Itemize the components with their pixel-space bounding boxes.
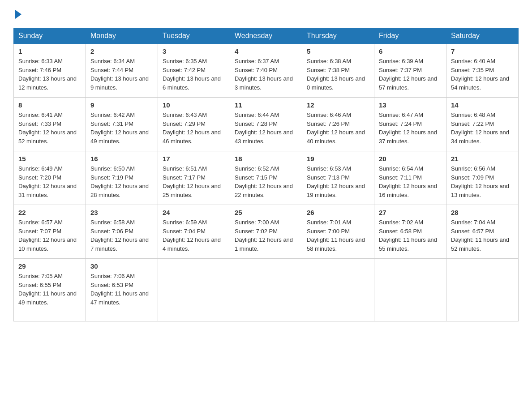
day-info: Sunrise: 7:04 AM Sunset: 6:57 PM Dayligh… xyxy=(451,218,514,253)
day-info: Sunrise: 6:59 AM Sunset: 7:04 PM Dayligh… xyxy=(163,218,225,253)
day-info: Sunrise: 6:37 AM Sunset: 7:40 PM Dayligh… xyxy=(235,57,297,92)
calendar-cell: 19 Sunrise: 6:53 AM Sunset: 7:13 PM Dayl… xyxy=(302,151,374,205)
calendar-cell: 13 Sunrise: 6:47 AM Sunset: 7:24 PM Dayl… xyxy=(374,98,446,151)
day-info: Sunrise: 6:41 AM Sunset: 7:33 PM Dayligh… xyxy=(18,111,81,146)
day-number: 24 xyxy=(163,209,225,216)
calendar-week-2: 8 Sunrise: 6:41 AM Sunset: 7:33 PM Dayli… xyxy=(14,98,519,151)
calendar-cell xyxy=(446,259,519,321)
weekday-header-tuesday: Tuesday xyxy=(158,28,230,44)
day-number: 9 xyxy=(90,101,153,109)
day-info: Sunrise: 6:43 AM Sunset: 7:29 PM Dayligh… xyxy=(163,111,225,146)
page-header xyxy=(13,9,519,19)
day-number: 11 xyxy=(235,101,297,109)
calendar-cell: 17 Sunrise: 6:51 AM Sunset: 7:17 PM Dayl… xyxy=(158,151,230,205)
day-info: Sunrise: 6:58 AM Sunset: 7:06 PM Dayligh… xyxy=(90,218,153,253)
day-number: 2 xyxy=(90,47,153,55)
calendar-week-5: 29 Sunrise: 7:05 AM Sunset: 6:55 PM Dayl… xyxy=(14,259,519,321)
calendar-cell: 27 Sunrise: 7:02 AM Sunset: 6:58 PM Dayl… xyxy=(374,205,446,259)
day-info: Sunrise: 6:47 AM Sunset: 7:24 PM Dayligh… xyxy=(379,111,442,146)
day-number: 22 xyxy=(18,209,81,216)
day-info: Sunrise: 7:01 AM Sunset: 7:00 PM Dayligh… xyxy=(307,218,369,253)
weekday-header-wednesday: Wednesday xyxy=(230,28,302,44)
calendar-cell: 26 Sunrise: 7:01 AM Sunset: 7:00 PM Dayl… xyxy=(302,205,374,259)
day-info: Sunrise: 6:46 AM Sunset: 7:26 PM Dayligh… xyxy=(307,111,369,146)
day-number: 1 xyxy=(18,47,81,55)
calendar-header-row: SundayMondayTuesdayWednesdayThursdayFrid… xyxy=(14,28,519,44)
day-number: 4 xyxy=(235,47,297,55)
day-number: 12 xyxy=(307,101,369,109)
calendar-cell: 24 Sunrise: 6:59 AM Sunset: 7:04 PM Dayl… xyxy=(158,205,230,259)
calendar-cell: 16 Sunrise: 6:50 AM Sunset: 7:19 PM Dayl… xyxy=(86,151,158,205)
day-info: Sunrise: 6:51 AM Sunset: 7:17 PM Dayligh… xyxy=(163,164,225,199)
day-info: Sunrise: 6:39 AM Sunset: 7:37 PM Dayligh… xyxy=(379,57,442,92)
day-info: Sunrise: 7:05 AM Sunset: 6:55 PM Dayligh… xyxy=(18,272,81,307)
calendar-cell: 20 Sunrise: 6:54 AM Sunset: 7:11 PM Dayl… xyxy=(374,151,446,205)
calendar-cell: 22 Sunrise: 6:57 AM Sunset: 7:07 PM Dayl… xyxy=(14,205,86,259)
day-info: Sunrise: 6:48 AM Sunset: 7:22 PM Dayligh… xyxy=(451,111,514,146)
day-info: Sunrise: 7:06 AM Sunset: 6:53 PM Dayligh… xyxy=(90,272,153,307)
calendar-cell xyxy=(374,259,446,321)
day-number: 14 xyxy=(451,101,514,109)
day-number: 27 xyxy=(379,209,442,216)
calendar-week-4: 22 Sunrise: 6:57 AM Sunset: 7:07 PM Dayl… xyxy=(14,205,519,259)
day-number: 19 xyxy=(307,155,369,163)
calendar-cell: 8 Sunrise: 6:41 AM Sunset: 7:33 PM Dayli… xyxy=(14,98,86,151)
calendar-table: SundayMondayTuesdayWednesdayThursdayFrid… xyxy=(13,28,519,321)
calendar-body: 1 Sunrise: 6:33 AM Sunset: 7:46 PM Dayli… xyxy=(14,44,519,321)
weekday-header-sunday: Sunday xyxy=(14,28,86,44)
day-number: 15 xyxy=(18,155,81,163)
day-info: Sunrise: 6:42 AM Sunset: 7:31 PM Dayligh… xyxy=(90,111,153,146)
calendar-week-3: 15 Sunrise: 6:49 AM Sunset: 7:20 PM Dayl… xyxy=(14,151,519,205)
day-number: 28 xyxy=(451,209,514,216)
day-info: Sunrise: 6:34 AM Sunset: 7:44 PM Dayligh… xyxy=(90,57,153,92)
day-info: Sunrise: 6:50 AM Sunset: 7:19 PM Dayligh… xyxy=(90,164,153,199)
weekday-header-thursday: Thursday xyxy=(302,28,374,44)
calendar-cell: 9 Sunrise: 6:42 AM Sunset: 7:31 PM Dayli… xyxy=(86,98,158,151)
calendar-cell: 5 Sunrise: 6:38 AM Sunset: 7:38 PM Dayli… xyxy=(302,44,374,98)
calendar-cell: 3 Sunrise: 6:35 AM Sunset: 7:42 PM Dayli… xyxy=(158,44,230,98)
day-number: 21 xyxy=(451,155,514,163)
day-info: Sunrise: 7:02 AM Sunset: 6:58 PM Dayligh… xyxy=(379,218,442,253)
calendar-cell: 30 Sunrise: 7:06 AM Sunset: 6:53 PM Dayl… xyxy=(86,259,158,321)
day-info: Sunrise: 6:44 AM Sunset: 7:28 PM Dayligh… xyxy=(235,111,297,146)
weekday-header-friday: Friday xyxy=(374,28,446,44)
day-info: Sunrise: 6:56 AM Sunset: 7:09 PM Dayligh… xyxy=(451,164,514,199)
calendar-cell: 23 Sunrise: 6:58 AM Sunset: 7:06 PM Dayl… xyxy=(86,205,158,259)
calendar-cell xyxy=(230,259,302,321)
calendar-cell: 18 Sunrise: 6:52 AM Sunset: 7:15 PM Dayl… xyxy=(230,151,302,205)
day-info: Sunrise: 6:35 AM Sunset: 7:42 PM Dayligh… xyxy=(163,57,225,92)
calendar-cell: 10 Sunrise: 6:43 AM Sunset: 7:29 PM Dayl… xyxy=(158,98,230,151)
day-info: Sunrise: 6:54 AM Sunset: 7:11 PM Dayligh… xyxy=(379,164,442,199)
day-number: 10 xyxy=(163,101,225,109)
day-number: 6 xyxy=(379,47,442,55)
calendar-cell xyxy=(302,259,374,321)
day-number: 17 xyxy=(163,155,225,163)
calendar-week-1: 1 Sunrise: 6:33 AM Sunset: 7:46 PM Dayli… xyxy=(14,44,519,98)
logo xyxy=(13,9,21,19)
day-number: 5 xyxy=(307,47,369,55)
day-info: Sunrise: 6:40 AM Sunset: 7:35 PM Dayligh… xyxy=(451,57,514,92)
day-info: Sunrise: 6:38 AM Sunset: 7:38 PM Dayligh… xyxy=(307,57,369,92)
day-number: 7 xyxy=(451,47,514,55)
day-number: 23 xyxy=(90,209,153,216)
day-info: Sunrise: 6:53 AM Sunset: 7:13 PM Dayligh… xyxy=(307,164,369,199)
calendar-cell: 11 Sunrise: 6:44 AM Sunset: 7:28 PM Dayl… xyxy=(230,98,302,151)
calendar-cell: 21 Sunrise: 6:56 AM Sunset: 7:09 PM Dayl… xyxy=(446,151,519,205)
day-number: 18 xyxy=(235,155,297,163)
day-info: Sunrise: 6:57 AM Sunset: 7:07 PM Dayligh… xyxy=(18,218,81,253)
calendar-cell: 15 Sunrise: 6:49 AM Sunset: 7:20 PM Dayl… xyxy=(14,151,86,205)
calendar-cell xyxy=(158,259,230,321)
weekday-header-saturday: Saturday xyxy=(446,28,519,44)
weekday-header-monday: Monday xyxy=(86,28,158,44)
day-number: 16 xyxy=(90,155,153,163)
calendar-cell: 14 Sunrise: 6:48 AM Sunset: 7:22 PM Dayl… xyxy=(446,98,519,151)
calendar-cell: 4 Sunrise: 6:37 AM Sunset: 7:40 PM Dayli… xyxy=(230,44,302,98)
calendar-cell: 29 Sunrise: 7:05 AM Sunset: 6:55 PM Dayl… xyxy=(14,259,86,321)
day-info: Sunrise: 7:00 AM Sunset: 7:02 PM Dayligh… xyxy=(235,218,297,253)
day-number: 20 xyxy=(379,155,442,163)
day-number: 29 xyxy=(18,262,81,270)
day-info: Sunrise: 6:49 AM Sunset: 7:20 PM Dayligh… xyxy=(18,164,81,199)
calendar-cell: 25 Sunrise: 7:00 AM Sunset: 7:02 PM Dayl… xyxy=(230,205,302,259)
day-info: Sunrise: 6:33 AM Sunset: 7:46 PM Dayligh… xyxy=(18,57,81,92)
day-number: 13 xyxy=(379,101,442,109)
